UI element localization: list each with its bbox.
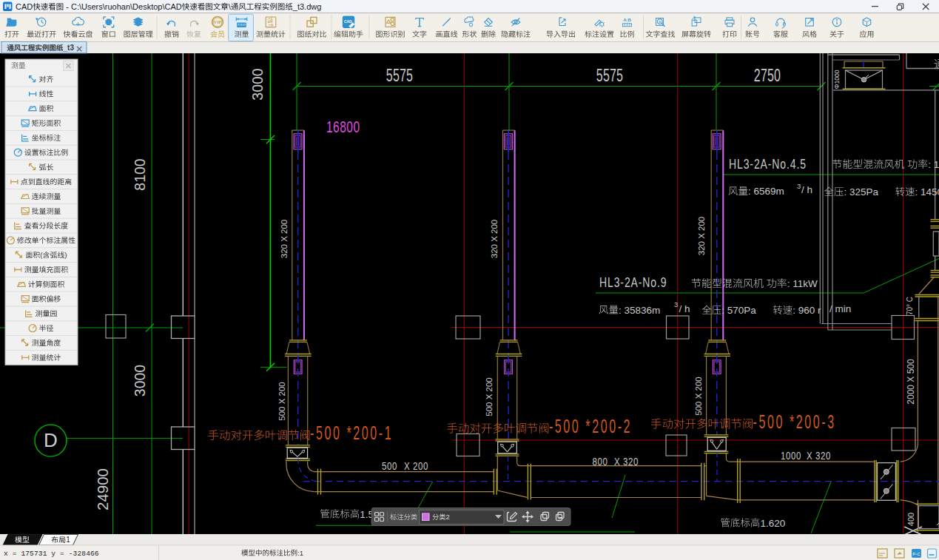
svg-text:500 X 200: 500 X 200 xyxy=(277,382,286,420)
svg-text:X 320: X 320 xyxy=(807,449,831,462)
svg-text:Φ1000: Φ1000 xyxy=(833,70,841,89)
svg-text:P-C: P-C xyxy=(912,552,921,556)
svg-text:500 X 200: 500 X 200 xyxy=(694,377,703,415)
svg-text:-500 *200-2: -500 *200-2 xyxy=(549,416,632,437)
svg-text:320 X 200: 320 X 200 xyxy=(490,220,499,258)
svg-text:: 1450: : 1450 xyxy=(915,186,939,198)
svg-text:8100: 8100 xyxy=(132,158,148,191)
svg-text:HL3-2A-No.4.5: HL3-2A-No.4.5 xyxy=(729,156,807,171)
svg-text:- C:\Users\ruohan\Desktop\CAD: - C:\Users\ruohan\Desktop\CAD xyxy=(64,2,182,11)
svg-text:500 X 200: 500 X 200 xyxy=(485,377,494,416)
svg-text:: 570Pa: : 570Pa xyxy=(721,305,756,316)
svg-text:: 1.1: : 1.1 xyxy=(928,159,939,170)
svg-text:A:B: A:B xyxy=(623,18,631,22)
svg-text:: 325Pa: : 325Pa xyxy=(844,186,878,198)
svg-text:3: 3 xyxy=(797,182,801,190)
svg-text:/ h: / h xyxy=(679,303,690,314)
svg-text:X 320: X 320 xyxy=(614,455,639,468)
svg-text:1: 1 xyxy=(66,536,70,544)
svg-text::1: :1 xyxy=(297,549,303,557)
svg-text:: 11kW: : 11kW xyxy=(787,278,818,289)
svg-text:2000 X 500: 2000 X 500 xyxy=(906,359,916,405)
svg-text:D: D xyxy=(44,429,58,451)
svg-text:x = 175731 y = -328466: x = 175731 y = -328466 xyxy=(4,550,99,558)
svg-text:2: 2 xyxy=(446,513,450,521)
svg-text:1.620: 1.620 xyxy=(760,518,785,529)
svg-text:/ min: / min xyxy=(829,303,851,314)
svg-text:: 6569m: : 6569m xyxy=(748,186,784,197)
svg-text:-500 *200-3: -500 *200-3 xyxy=(753,411,836,433)
svg-text:3000: 3000 xyxy=(249,68,266,101)
svg-text:3: 3 xyxy=(674,300,678,308)
svg-text:3000: 3000 xyxy=(132,365,148,397)
svg-text:70° C: 70° C xyxy=(906,297,914,315)
svg-text:HL3-2A-No.9: HL3-2A-No.9 xyxy=(599,274,667,289)
svg-text:/ h: / h xyxy=(801,184,812,195)
svg-text:1000: 1000 xyxy=(781,449,801,462)
svg-text:24900: 24900 xyxy=(94,468,111,510)
svg-text:: 35836m: : 35836m xyxy=(619,305,660,316)
svg-text:-500 *200-1: -500 *200-1 xyxy=(310,422,393,444)
svg-text:500: 500 xyxy=(382,460,397,473)
svg-text:CAD: CAD xyxy=(344,20,352,24)
svg-text:: 960 r: : 960 r xyxy=(792,305,821,316)
svg-text:400: 400 xyxy=(906,513,915,526)
svg-text:5575: 5575 xyxy=(386,66,413,85)
svg-text:5575: 5575 xyxy=(596,66,623,85)
svg-text:320 X 200: 320 X 200 xyxy=(280,220,289,258)
svg-text:X 200: X 200 xyxy=(404,460,428,473)
svg-text:2750: 2750 xyxy=(754,66,781,85)
svg-text:_t3.dwg: _t3.dwg xyxy=(292,2,322,11)
svg-text:): ) xyxy=(64,251,67,259)
svg-text:VIP: VIP xyxy=(214,20,222,24)
svg-text:16800: 16800 xyxy=(326,118,360,135)
svg-text:320 X 200: 320 X 200 xyxy=(697,217,706,255)
svg-text:_t3: _t3 xyxy=(62,44,74,52)
svg-text:800: 800 xyxy=(593,455,608,468)
svg-text:A: A xyxy=(659,20,661,24)
svg-text:CAD: CAD xyxy=(16,2,33,11)
